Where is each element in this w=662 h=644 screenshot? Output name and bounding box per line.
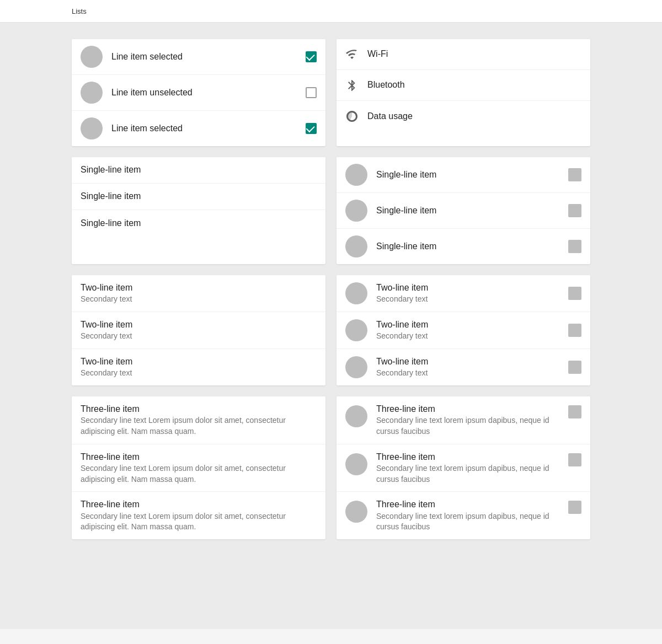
item-text: Line item unselected — [111, 87, 306, 99]
item-text: Two-line item Secondary text — [81, 356, 317, 379]
item-text: Line item selected — [111, 51, 306, 63]
item-primary-label: Single-line item — [376, 242, 436, 251]
list-item[interactable]: Three-line item Secondary line text lore… — [337, 444, 590, 492]
item-text: Three-line item Secondary line text lore… — [376, 403, 568, 437]
checkbox-checked-icon[interactable] — [306, 51, 317, 62]
item-text: Single-line item — [376, 169, 568, 181]
item-primary-label: Single-line item — [81, 218, 141, 228]
list-item[interactable]: Single-line item — [337, 193, 590, 229]
list-item[interactable]: Single-line item — [72, 210, 325, 237]
avatar — [81, 46, 103, 68]
wifi-icon — [345, 48, 359, 61]
list-item[interactable]: Three-line item Secondary line text Lore… — [72, 444, 325, 492]
list-item[interactable]: Single-line item — [72, 184, 325, 210]
item-primary-label: Two-line item — [376, 356, 568, 368]
list-item[interactable]: Three-line item Secondary line text lore… — [337, 396, 590, 444]
action-icon[interactable] — [568, 240, 581, 253]
item-text: Single-line item — [81, 190, 317, 202]
list-item[interactable]: Single-line item — [337, 229, 590, 264]
list-item[interactable]: Two-line item Secondary text — [337, 349, 590, 385]
item-text: Wi-Fi — [367, 48, 581, 60]
avatar — [345, 319, 367, 341]
avatar — [345, 282, 367, 304]
item-secondary-label: Secondary text — [81, 368, 317, 379]
card-checkbox-list: Line item selected Line item unselected … — [72, 39, 325, 146]
checkbox-checked-icon[interactable] — [306, 123, 317, 134]
item-primary-label: Line item unselected — [111, 88, 193, 97]
card-two-line-avatar-icon: Two-line item Secondary text Two-line it… — [337, 275, 590, 385]
item-secondary-label: Secondary line text lorem ipsum dapibus,… — [376, 415, 568, 437]
item-text: Two-line item Secondary text — [376, 356, 568, 379]
item-secondary-label: Secondary text — [81, 331, 317, 342]
list-item[interactable]: Three-line item Secondary line text Lore… — [72, 396, 325, 444]
avatar — [345, 501, 367, 523]
avatar — [345, 164, 367, 186]
page-title: Lists — [72, 7, 87, 15]
avatar — [345, 235, 367, 257]
item-text: Three-line item Secondary line text lore… — [376, 498, 568, 533]
item-primary-label: Three-line item — [81, 451, 317, 463]
list-item[interactable]: Line item selected — [72, 111, 325, 146]
bluetooth-icon — [345, 79, 359, 92]
main-area: Line item selected Line item unselected … — [0, 23, 662, 629]
item-text: Three-line item Secondary line text Lore… — [81, 403, 317, 437]
action-icon[interactable] — [568, 405, 581, 418]
item-primary-label: Three-line item — [81, 498, 317, 511]
list-item[interactable]: Two-line item Secondary text — [72, 349, 325, 385]
list-item[interactable]: Line item unselected — [72, 75, 325, 111]
item-primary-label: Data usage — [367, 111, 413, 121]
list-item[interactable]: Two-line item Secondary text — [72, 312, 325, 349]
item-text: Two-line item Secondary text — [376, 319, 568, 342]
item-text: Bluetooth — [367, 79, 581, 91]
item-text: Two-line item Secondary text — [376, 282, 568, 305]
card-single-line-avatar-icon: Single-line item Single-line item Single… — [337, 157, 590, 264]
item-secondary-label: Secondary line text lorem ipsum dapibus,… — [376, 463, 568, 485]
item-secondary-label: Secondary text — [81, 294, 317, 305]
item-primary-label: Two-line item — [376, 319, 568, 331]
item-primary-label: Single-line item — [376, 170, 436, 179]
item-secondary-label: Secondary line text Lorem ipsum dolor si… — [81, 463, 317, 485]
action-icon[interactable] — [568, 287, 581, 300]
list-item[interactable]: Single-line item — [337, 157, 590, 193]
item-text: Single-line item — [81, 164, 317, 176]
item-text: Three-line item Secondary line text lore… — [376, 451, 568, 485]
action-icon[interactable] — [568, 453, 581, 466]
list-item-wifi[interactable]: Wi-Fi — [337, 39, 590, 70]
item-primary-label: Two-line item — [81, 356, 317, 368]
item-primary-label: Two-line item — [81, 282, 317, 294]
item-secondary-label: Secondary text — [376, 331, 568, 342]
avatar — [345, 405, 367, 427]
list-item[interactable]: Two-line item Secondary text — [337, 312, 590, 349]
list-item[interactable]: Single-line item — [72, 157, 325, 184]
card-three-line-no-icon: Three-line item Secondary line text Lore… — [72, 396, 325, 539]
action-icon[interactable] — [568, 168, 581, 181]
item-text: Single-line item — [81, 217, 317, 229]
item-primary-label: Three-line item — [376, 498, 568, 511]
action-icon[interactable] — [568, 324, 581, 337]
action-icon[interactable] — [568, 501, 581, 514]
list-item-bluetooth[interactable]: Bluetooth — [337, 70, 590, 101]
item-primary-label: Line item selected — [111, 124, 183, 133]
item-text: Three-line item Secondary line text Lore… — [81, 451, 317, 485]
checkbox-unchecked-icon[interactable] — [306, 87, 317, 98]
list-item[interactable]: Three-line item Secondary line text Lore… — [72, 492, 325, 539]
list-item[interactable]: Two-line item Secondary text — [337, 275, 590, 312]
list-item[interactable]: Three-line item Secondary line text lore… — [337, 492, 590, 539]
item-primary-label: Three-line item — [376, 451, 568, 463]
item-text: Two-line item Secondary text — [81, 319, 317, 342]
data-usage-icon — [345, 110, 359, 123]
avatar — [81, 82, 103, 104]
action-icon[interactable] — [568, 361, 581, 374]
item-primary-label: Bluetooth — [367, 80, 405, 89]
item-text: Line item selected — [111, 122, 306, 135]
item-secondary-label: Secondary text — [376, 368, 568, 379]
list-item[interactable]: Line item selected — [72, 39, 325, 75]
action-icon[interactable] — [568, 204, 581, 217]
item-primary-label: Single-line item — [81, 165, 141, 174]
item-secondary-label: Secondary line text lorem ipsum dapibus,… — [376, 511, 568, 533]
list-item-data-usage[interactable]: Data usage — [337, 101, 590, 132]
list-item[interactable]: Two-line item Secondary text — [72, 275, 325, 312]
item-text: Single-line item — [376, 240, 568, 253]
card-icon-list: Wi-Fi Bluetooth — [337, 39, 590, 146]
item-primary-label: Wi-Fi — [367, 49, 388, 58]
